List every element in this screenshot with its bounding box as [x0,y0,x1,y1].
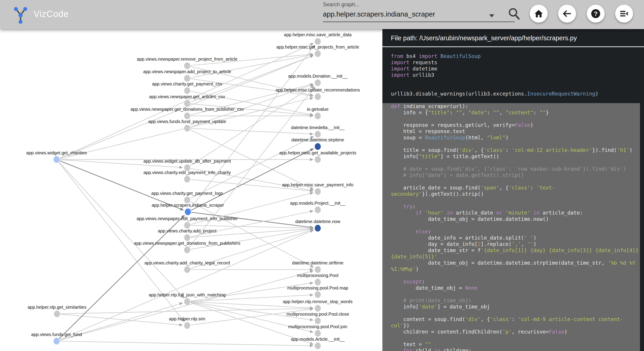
code-line: date_time_str = f'{date_info[1]} {day} {… [382,247,640,260]
code-line: info['date'] = date_time_obj [382,303,640,310]
graph-node-pool_map[interactable] [315,291,321,298]
graph-node-donation_init[interactable] [315,79,321,86]
code-line [382,222,640,228]
code-line: html = response.text [382,128,640,134]
graph-node-label: app.models.Donation.__init__ [288,74,348,79]
graph-node-add_project[interactable] [184,234,190,241]
code-line [382,97,644,103]
graph-node-label: app.views.charity.get_payment_csv [152,81,222,87]
code-line: date_time_obj = datetime.datetime.now() [382,216,640,222]
graph-node-label: multiprocessing.pool.Pool.map [287,285,348,290]
graph-node-datetime_strptime[interactable] [315,143,321,150]
graph-node-label: app.views.newspaper.remove_project_from_… [137,57,238,62]
graph-node-remove_project_from_article[interactable] [184,62,190,69]
search-icon[interactable] [507,7,521,21]
graph-node-get_payment_logs[interactable] [184,197,190,203]
graph-node-label: app.helper.misc.save_payment_info [282,182,353,187]
graph-node-label: datetime.datetime.strptime [291,137,344,142]
code-line: else: [382,228,640,235]
graph-node-label: datetime.timedelta.__init__ [291,125,344,130]
code-line [382,272,640,278]
home-button[interactable] [530,5,548,23]
graph-node-edit_payment_info_publisher[interactable] [184,222,190,229]
collapse-menu-button[interactable] [615,5,633,23]
graph-node-mp_pool[interactable] [315,279,321,285]
source-code-view[interactable]: from bs4 import BeautifulSoupimport requ… [382,53,644,351]
graph-node-pool_join[interactable] [315,330,321,337]
code-line [382,310,640,316]
graph-node-label: app.models.Project.__init__ [290,201,346,206]
help-icon: ? [590,8,601,19]
graph-node-io_getvalue[interactable] [315,113,321,119]
dropdown-caret-icon[interactable] [489,14,494,18]
graph-node-label: app.views.widget.get_charities [26,150,87,155]
code-line [382,78,644,84]
graph-node-label: app.views.charity.edit_payment_info_char… [144,170,231,175]
graph-node-add_charity_legal_record[interactable] [184,266,190,273]
code-line: if 'hour' in article_date or 'minute' in… [382,210,640,216]
graph-edge [59,215,184,339]
graph-node-label: app.views.newspaper.add_project_to_artic… [143,69,231,74]
graph-node-datetime_now[interactable] [315,225,321,231]
graph-edge [190,202,314,267]
graph-node-label: app.views.charity.add_project [158,228,216,234]
code-line: article_date = soup.find('span', {'class… [382,185,640,197]
graph-node-get_available_projects[interactable] [315,156,321,163]
graph-node-get_articles_csv[interactable] [184,100,190,107]
code-line [382,160,640,166]
arrow-left-icon [562,9,572,19]
graph-node-label: app.helper.misc.save_article_data [284,32,352,37]
graph-node-edit_payment_info_charity[interactable] [184,176,190,183]
code-line: date_time_obj = None [382,285,640,291]
graph-node-label: app.views.funds.get_fund [31,332,82,337]
graph-edge [60,271,313,340]
graph-node-get_payment_csv[interactable] [184,87,190,94]
graph-node-indiana_scraper[interactable] [185,208,191,215]
graph-node-pool_close[interactable] [315,317,321,324]
graph-node-get_projects_from_article[interactable] [315,50,321,57]
graph-node-get_donations_from_publisher_csv[interactable] [184,113,190,119]
graph-node-get_fund[interactable] [54,338,60,344]
graph-node-nlp_sim[interactable] [184,322,190,329]
graph-node-timedelta_init[interactable] [315,131,321,138]
graph-node-datetime_strftime[interactable] [315,266,321,273]
graph-node-project_init[interactable] [315,206,321,213]
code-line: try: [382,203,640,210]
graph-node-label: app.views.newspaper.get_articles_csv [149,94,225,99]
code-line: # date = soup.find('div', {'class': 'row… [382,166,640,172]
graph-node-article_init[interactable] [315,342,321,349]
code-line: from bs4 import BeautifulSoup [382,53,644,59]
graph-node-label: app.helper.scrapers.indiana_scraper [152,203,224,208]
graph-node-save_article_data[interactable] [315,38,321,45]
back-button[interactable] [558,5,576,23]
graph-node-label: app.views.charity.get_payment_logs [152,191,223,196]
graph-node-get_similarities[interactable] [54,310,60,317]
dependency-graph-canvas[interactable]: app.helper.misc.save_article_dataapp.hel… [0,29,382,351]
graph-node-label: app.helper.nlp.sim [169,316,205,321]
code-panel: File path: /Users/arubin/newspark_server… [382,29,644,351]
graph-node-update_recommendations[interactable] [315,93,321,100]
graph-node-full_json_with_matching[interactable] [184,298,190,305]
graph-node-label: app.views.widget.update_db_after_payment [143,159,231,164]
graph-node-remove_stop_words[interactable] [315,305,321,312]
help-button[interactable]: ? [587,5,605,23]
graph-node-label: app.views.newspaper.get_donations_from_p… [130,107,244,112]
code-line: import datetime [382,66,644,72]
graph-node-label: io.getvalue [307,107,329,112]
code-line [382,84,644,91]
graph-node-get_donations_from_publishers[interactable] [184,246,190,253]
menu-collapse-icon [619,9,629,19]
graph-node-add_project_to_article[interactable] [184,75,190,82]
graph-node-label: app.helper.nlp.get_similarities [28,305,86,310]
code-line: date_time_obj = datetime.datetime.strpti… [382,260,640,272]
graph-node-save_payment_info[interactable] [315,188,321,195]
graph-node-label: app.helper.nlp.remove_stop_words [283,299,352,304]
graph-node-fund_payment_update[interactable] [184,125,190,132]
code-panel-divider [382,46,644,47]
graph-edge [60,341,313,346]
code-line: def indiana_scraper(url): [382,103,640,109]
search-input[interactable] [323,10,515,22]
graph-node-label: app.views.newspaper.edit_payment_info_pu… [137,216,238,221]
code-line: info["title"] = title.getText() [382,153,640,160]
graph-node-get_charities[interactable] [54,156,60,163]
